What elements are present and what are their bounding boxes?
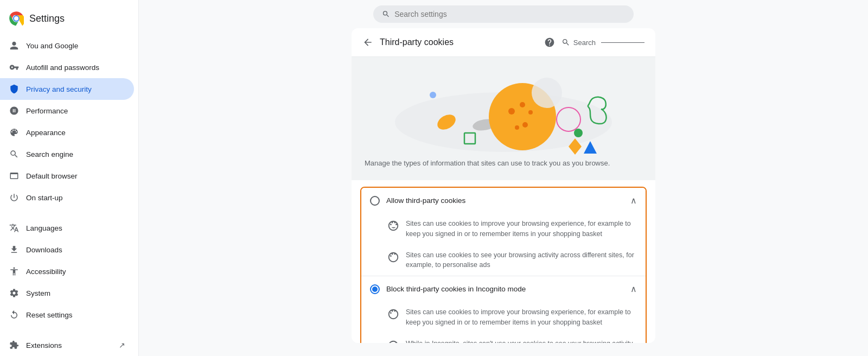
sidebar-item-on-startup[interactable]: On start-up (0, 187, 134, 208)
gauge-icon (9, 105, 20, 116)
svg-point-5 (430, 92, 436, 98)
block-incognito-sub-item-2: While in Incognito, sites can't use your… (361, 333, 646, 344)
svg-point-14 (528, 110, 533, 115)
block-incognito-sub-item-1: Sites can use cookies to improve your br… (361, 302, 646, 333)
sidebar-item-reset[interactable]: Reset settings (0, 304, 134, 326)
content-area: Third-party cookies Search (139, 28, 868, 356)
system-icon (9, 288, 20, 298)
sidebar-item-you-google[interactable]: You and Google (0, 35, 134, 56)
sidebar-item-label: System (26, 289, 50, 297)
sidebar-item-label: Accessibility (26, 268, 66, 276)
sidebar-item-label: You and Google (26, 42, 78, 50)
page-title: Third-party cookies (380, 37, 538, 47)
cookie-illustration: Manage the types of information that sit… (352, 57, 655, 180)
allow-cookies-chevron: ∧ (630, 195, 637, 206)
page-header: Third-party cookies Search (352, 28, 655, 57)
sidebar-item-extensions[interactable]: Extensions ↗ (0, 334, 134, 356)
allow-sub-item-1: Sites can use cookies to improve your br… (361, 213, 646, 245)
sidebar-item-label: Privacy and security (26, 85, 92, 93)
sidebar-item-label: Autofill and passwords (26, 63, 99, 72)
sidebar-item-downloads[interactable]: Downloads (0, 239, 134, 260)
svg-point-1 (14, 16, 18, 21)
svg-point-10 (532, 78, 562, 108)
external-link-icon: ↗ (119, 341, 125, 349)
svg-point-13 (515, 125, 519, 130)
allow-sub-text-1: Sites can use cookies to improve your br… (406, 219, 637, 239)
svg-point-15 (520, 102, 525, 107)
block-icon (387, 340, 399, 344)
content-card: Third-party cookies Search (352, 28, 655, 343)
svg-point-17 (574, 129, 583, 137)
header-search[interactable]: Search (561, 38, 644, 47)
svg-point-11 (508, 108, 515, 115)
sidebar-item-system[interactable]: System (0, 282, 134, 304)
svg-marker-19 (584, 141, 597, 154)
allow-cookies-label: Allow third-party cookies (386, 196, 624, 205)
translate-icon (9, 223, 20, 233)
sidebar-item-appearance[interactable]: Appearance (0, 122, 134, 143)
allow-cookies-radio[interactable] (370, 196, 380, 206)
header-search-label: Search (573, 39, 596, 47)
sidebar: Settings You and Google Autofill and pas… (0, 0, 139, 356)
sidebar-item-label: On start-up (26, 194, 63, 202)
sidebar-item-privacy[interactable]: Privacy and security (0, 78, 134, 100)
sidebar-item-languages[interactable]: Languages (0, 217, 134, 239)
allow-sub-item-2: Sites can use cookies to see your browsi… (361, 245, 646, 276)
allow-cookies-option[interactable]: Allow third-party cookies ∧ (361, 188, 646, 213)
back-button[interactable] (362, 37, 373, 48)
chrome-logo-icon (9, 11, 24, 26)
sidebar-item-performance[interactable]: Performance (0, 100, 134, 122)
sidebar-item-label: Downloads (26, 246, 62, 254)
key-icon (9, 62, 20, 73)
reset-icon (9, 309, 20, 320)
block-incognito-radio[interactable] (370, 284, 380, 294)
sidebar-app-title: Settings (29, 13, 65, 24)
sidebar-item-search-engine[interactable]: Search engine (0, 143, 134, 165)
block-incognito-option[interactable]: Block third-party cookies in Incognito m… (361, 276, 646, 302)
sidebar-item-label: Performance (26, 107, 68, 115)
sidebar-item-default-browser[interactable]: Default browser (0, 165, 134, 187)
allow-sub-text-2: Sites can use cookies to see your browsi… (406, 250, 637, 271)
accessibility-icon (9, 266, 20, 277)
cookie-svg (362, 68, 644, 155)
sidebar-item-label: Reset settings (26, 311, 73, 319)
person-icon (9, 40, 20, 51)
download-icon (9, 244, 20, 255)
topbar (139, 0, 868, 28)
sidebar-item-autofill[interactable]: Autofill and passwords (0, 56, 134, 78)
block-incognito-label: Block third-party cookies in Incognito m… (386, 285, 624, 293)
main-content: Third-party cookies Search (139, 0, 868, 356)
cookie-icon-1 (387, 220, 399, 232)
sidebar-item-label: Search engine (26, 150, 73, 158)
settings-search-bar[interactable] (373, 5, 634, 23)
svg-point-12 (522, 122, 528, 128)
sidebar-item-label: Default browser (26, 172, 78, 180)
browser-icon (9, 170, 20, 181)
extension-icon (9, 340, 20, 351)
block-incognito-sub-text-2: While in Incognito, sites can't use your… (406, 339, 637, 344)
sidebar-item-label: Extensions (26, 341, 62, 349)
options-highlighted-section: Allow third-party cookies ∧ Sites can us… (360, 187, 647, 343)
power-icon (9, 192, 20, 203)
search-underline (601, 42, 644, 43)
search-input[interactable] (394, 10, 625, 18)
cookie-icon-2 (387, 251, 399, 263)
search-bar-icon (382, 10, 390, 18)
sidebar-item-label: Appearance (26, 129, 66, 137)
block-incognito-sub-text-1: Sites can use cookies to improve your br… (406, 307, 637, 328)
illustration-description: Manage the types of information that sit… (362, 155, 644, 169)
block-incognito-chevron: ∧ (630, 284, 637, 294)
cookie-icon-3 (387, 308, 399, 320)
shield-icon (9, 84, 20, 94)
palette-icon (9, 127, 20, 138)
sidebar-item-accessibility[interactable]: Accessibility (0, 260, 134, 282)
sidebar-header: Settings (0, 4, 138, 35)
search-icon (9, 149, 20, 160)
sidebar-item-label: Languages (26, 224, 62, 232)
page-header-actions: Search (544, 37, 644, 48)
help-icon[interactable] (544, 37, 555, 48)
